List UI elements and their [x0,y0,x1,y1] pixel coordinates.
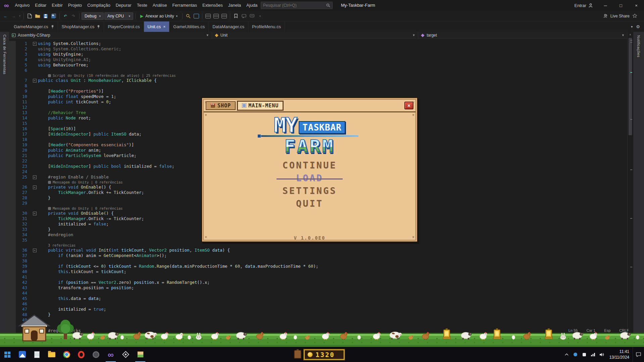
menu-editar[interactable]: Editar [32,0,49,11]
tab-gameutilities-cs[interactable]: GameUtilities.cs [169,21,209,32]
platform-dropdown[interactable]: Any CPU▾ [104,12,133,20]
breakpoint-margin[interactable] [9,258,16,264]
hen-sprite[interactable] [523,331,532,340]
duck-sprite[interactable] [175,332,184,340]
breakpoint-margin[interactable] [9,142,16,148]
tab-list-chevron-icon[interactable]: ▾ [631,25,633,29]
more-tools-icon[interactable]: ▾ [256,12,264,20]
egg-sprite[interactable] [357,335,361,340]
navigate-forward-icon[interactable]: → [10,12,17,20]
menu-depurar[interactable]: Depurar [113,0,134,11]
fold-collapse-icon[interactable]: − [33,42,37,46]
breakpoint-margin[interactable] [9,190,16,195]
breakpoint-margin[interactable] [9,83,16,89]
code-line[interactable]: 48 } [9,312,627,317]
breakpoint-margin[interactable] [9,307,16,312]
chicken-sprite[interactable] [589,331,598,340]
breakpoint-margin[interactable] [9,312,16,317]
search-input[interactable] [263,3,326,8]
maximize-button[interactable]: □ [613,0,629,11]
fold-collapse-icon[interactable]: − [33,79,37,83]
code-line[interactable]: 46 [9,301,627,307]
sheep-sprite[interactable] [460,331,472,340]
code-line[interactable]: 47 initialized = true; [9,307,627,312]
feedback-icon[interactable] [632,13,637,18]
redo-icon[interactable]: ↷ [70,12,77,20]
code-line[interactable]: 8 [9,83,627,89]
breakpoint-margin[interactable] [9,174,16,180]
code-line[interactable]: 2using System.Collections.Generic; [9,46,627,52]
breakpoint-margin[interactable] [9,99,16,105]
chicken-sprite[interactable] [87,331,95,340]
chick-sprite[interactable] [605,334,610,340]
breakpoint-margin[interactable] [9,291,16,296]
breakpoint-margin[interactable] [9,57,16,62]
breakpoint-margin[interactable] [9,232,16,238]
code-line[interactable]: 37 if (!anim) anim = GetComponent<Animat… [9,253,627,258]
code-line[interactable]: 38 [9,258,627,264]
fold-collapse-icon[interactable]: − [33,212,37,215]
chicken-sprite[interactable] [479,331,488,340]
menu-exibir[interactable]: Exibir [49,0,65,11]
code-line[interactable]: 5using BehaviourTree; [9,62,627,68]
chicken-sprite[interactable] [211,331,219,340]
editor-scrollbar[interactable]: ▲ [627,32,633,362]
pin-icon[interactable] [51,25,54,29]
bunny-sprite[interactable] [195,332,202,340]
find-in-code-icon[interactable] [185,12,192,20]
volume-icon[interactable] [597,347,606,362]
cow-sprite[interactable] [144,330,157,340]
breakpoint-margin[interactable] [9,126,16,132]
breakpoint-margin[interactable] [9,169,16,174]
code-line[interactable]: 7−public class Unit : MonoBehaviour, ICl… [9,78,627,83]
breakpoint-margin[interactable] [9,301,16,307]
breakpoint-margin[interactable] [9,206,16,211]
breakpoint-margin[interactable] [9,243,16,248]
breakpoint-margin[interactable] [9,115,16,121]
unity-icon[interactable] [118,347,133,362]
toolbox-panel-tab[interactable]: Caixa de Ferramentas [0,32,9,362]
tray-blue-icon[interactable] [571,347,580,362]
main-menu-tab[interactable]: MAIN-MENU [237,101,284,111]
lamp-sprite[interactable] [442,328,451,340]
house-sprite[interactable] [17,314,51,342]
chick-sprite[interactable] [100,334,105,340]
breakpoint-margin[interactable] [9,94,16,99]
egg-sprite[interactable] [636,335,640,340]
save-icon[interactable] [42,12,49,20]
tab-profilemenu-cs[interactable]: ProfileMenu.cs [248,21,285,32]
chick-sprite[interactable] [226,334,231,340]
code-line[interactable]: 43 transform.position = position; [9,285,627,291]
breakpoint-margin[interactable] [9,227,16,232]
signin-button[interactable]: Entrar [570,3,598,8]
attach-to-unity-button[interactable]: ▶ Anexar ao Unity ▾ [138,12,180,20]
visual-studio-icon[interactable]: ∞ [103,347,118,362]
scroll-up-arrow-icon[interactable]: ▲ [628,32,633,36]
chick-sprite[interactable] [408,334,413,340]
nav-dropdown-icon[interactable]: ▾ [18,12,21,20]
menu-janela[interactable]: Janela [226,0,244,11]
breakpoint-margin[interactable] [9,195,16,201]
chevron-up-icon[interactable] [562,347,571,362]
search-box[interactable] [261,2,333,9]
undo-icon[interactable]: ↶ [62,12,69,20]
menu-arquivo[interactable]: Arquivo [12,0,32,11]
breakpoint-margin[interactable] [9,41,16,46]
sheep-sprite[interactable] [72,331,83,340]
hen-sprite[interactable] [256,331,264,340]
breakpoint-margin[interactable] [9,201,16,206]
breakpoint-margin[interactable] [9,269,16,274]
breakpoint-margin[interactable] [9,253,16,258]
taskbar-clock[interactable]: 11:41 13/11/2024 [606,349,633,360]
window-layout-gear-icon[interactable]: ⚙ [636,24,640,29]
sheep-sprite[interactable] [572,331,583,340]
breakpoint-margin[interactable] [9,280,16,285]
hen-sprite[interactable] [422,331,430,340]
breakpoint-margin[interactable] [9,121,16,126]
code-line[interactable]: 42 if (position == Vector2.zero) positio… [9,280,627,285]
sheep-sprite[interactable] [236,331,247,340]
live-share-label[interactable]: Live Share [610,14,630,18]
opera-icon[interactable] [74,347,89,362]
code-line[interactable]: 49 [9,317,627,323]
game-window-titlebar[interactable]: SHOP MAIN-MENU × [204,100,415,112]
